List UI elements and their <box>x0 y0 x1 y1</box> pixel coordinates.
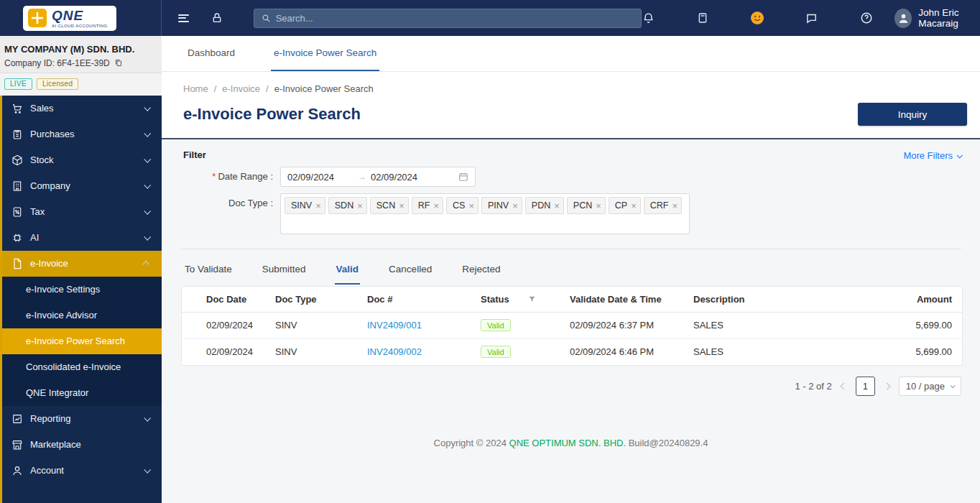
results-table-card: Doc Date Doc Type Doc # Status Validate <box>181 286 963 366</box>
help-icon[interactable] <box>859 10 874 26</box>
page-size-select[interactable]: 10 / page <box>899 377 961 396</box>
inquiry-button[interactable]: Inquiry <box>858 103 967 126</box>
breadcrumb: Home / e-Invoice / e-Invoice Power Searc… <box>162 72 980 97</box>
store-icon <box>11 439 23 451</box>
remove-tag-icon[interactable]: × <box>468 201 474 211</box>
cell-description: SALES <box>693 312 818 338</box>
user-menu[interactable]: John Eric Macaraig <box>895 7 980 29</box>
sidebar-item-purchases[interactable]: Purchases <box>2 121 162 147</box>
sidebar-item-label: Stock <box>30 154 54 165</box>
copy-icon[interactable] <box>114 58 123 68</box>
pagination-range: 1 - 2 of 2 <box>795 381 831 392</box>
doc-type-tag-label: CS <box>453 200 465 211</box>
tab-einvoice-power-search[interactable]: e-Invoice Power Search <box>271 36 379 71</box>
sidebar-item-account[interactable]: Account <box>2 458 162 484</box>
cell-doc-date: 02/09/2024 <box>182 338 275 365</box>
celebration-icon[interactable] <box>750 10 764 26</box>
chevron-down-icon <box>951 383 956 388</box>
sidebar-item-qne-integrator[interactable]: QNE Integrator <box>2 380 162 406</box>
doc-type-row: Doc Type : SINV× SDN× SCN× RF× CS× PINV×… <box>183 193 958 234</box>
sidebar-item-consolidated-einvoice[interactable]: Consolidated e-Invoice <box>2 354 162 380</box>
doc-type-multiselect[interactable]: SINV× SDN× SCN× RF× CS× PINV× PDN× PCN× … <box>280 193 690 234</box>
tab-cancelled[interactable]: Cancelled <box>387 254 433 285</box>
sidebar-item-label: Account <box>30 465 64 476</box>
sidebar-item-sales[interactable]: Sales <box>2 96 162 121</box>
filter-funnel-icon[interactable] <box>528 295 536 303</box>
remove-tag-icon[interactable]: × <box>631 201 637 211</box>
company-id: Company ID: 6F4-1EE-39D <box>4 58 153 68</box>
remove-tag-icon[interactable]: × <box>357 201 363 211</box>
cell-amount: 5,699.00 <box>818 338 962 365</box>
doc-type-tag-label: RF <box>418 200 430 211</box>
search-icon <box>262 14 271 23</box>
doc-type-tag-label: SCN <box>376 200 395 211</box>
building-icon <box>11 180 23 192</box>
sidebar-subitem-label: e-Invoice Settings <box>26 284 100 295</box>
date-range-row: *Date Range : → <box>183 167 958 187</box>
menu-collapse-icon[interactable] <box>176 10 191 26</box>
doc-type-tag: SDN× <box>328 197 367 214</box>
global-search[interactable] <box>254 9 642 28</box>
sidebar-item-reporting[interactable]: Reporting <box>2 406 162 432</box>
sidebar-item-marketplace[interactable]: Marketplace <box>2 432 162 458</box>
sidebar-item-stock[interactable]: Stock <box>2 147 162 173</box>
sidebar-item-tax[interactable]: Tax <box>2 199 162 225</box>
remove-tag-icon[interactable]: × <box>596 201 601 211</box>
more-filters-link[interactable]: More Filters <box>903 150 961 161</box>
status-badge: Valid <box>481 346 511 358</box>
notifications-icon[interactable] <box>642 10 656 26</box>
logo-title: QNE <box>52 9 108 22</box>
date-to-input[interactable] <box>371 172 437 183</box>
chart-icon <box>11 413 23 425</box>
sidebar-item-label: Purchases <box>30 129 74 139</box>
chip-icon <box>11 232 23 244</box>
next-page-icon[interactable] <box>883 384 891 389</box>
calendar-icon[interactable] <box>458 172 468 182</box>
main-content: Dashboard e-Invoice Power Search Home / … <box>162 36 980 503</box>
date-range-picker[interactable]: → <box>280 167 476 187</box>
remove-tag-icon[interactable]: × <box>672 201 678 211</box>
cell-doc-type: SINV <box>275 338 367 365</box>
chat-icon[interactable] <box>805 10 819 26</box>
prev-page-icon[interactable] <box>840 384 848 389</box>
date-from-input[interactable] <box>287 172 353 183</box>
remove-tag-icon[interactable]: × <box>512 201 518 211</box>
breadcrumb-einvoice[interactable]: e-Invoice <box>222 83 260 94</box>
doc-number-link[interactable]: INV2409/001 <box>367 320 422 331</box>
remove-tag-icon[interactable]: × <box>554 201 560 211</box>
col-doc-type: Doc Type <box>275 287 367 312</box>
tab-valid[interactable]: Valid <box>335 254 361 285</box>
cart-icon <box>11 103 23 114</box>
tab-dashboard[interactable]: Dashboard <box>185 36 238 71</box>
tab-rejected[interactable]: Rejected <box>461 254 501 285</box>
qne-logo[interactable]: QNE AI CLOUD ACCOUNTING <box>0 0 162 36</box>
page-number[interactable]: 1 <box>856 377 875 396</box>
tab-submitted[interactable]: Submitted <box>261 254 308 285</box>
sidebar-subitem-label: e-Invoice Advisor <box>26 310 97 320</box>
sidebar-item-company[interactable]: Company <box>2 173 162 199</box>
sidebar-item-label: e-Invoice <box>30 258 68 269</box>
status-badge: Valid <box>481 319 511 331</box>
col-description: Description <box>693 287 818 312</box>
remove-tag-icon[interactable]: × <box>433 201 439 211</box>
page-tabs: Dashboard e-Invoice Power Search <box>162 36 980 72</box>
chevron-down-icon <box>144 208 151 215</box>
cell-validate-datetime: 02/09/2024 6:46 PM <box>570 338 693 365</box>
sidebar-item-ai[interactable]: AI <box>2 225 162 251</box>
doc-type-tag-label: PDN <box>532 200 550 211</box>
doc-type-tag: CRF× <box>644 197 682 214</box>
sidebar-item-einvoice-advisor[interactable]: e-Invoice Advisor <box>2 303 162 328</box>
remove-tag-icon[interactable]: × <box>399 201 405 211</box>
sidebar-item-einvoice-power-search[interactable]: e-Invoice Power Search <box>2 328 162 354</box>
footer-company-link[interactable]: QNE OPTIMUM SDN. BHD. <box>509 438 627 448</box>
sidebar-item-einvoice-settings[interactable]: e-Invoice Settings <box>2 277 162 303</box>
tab-to-validate[interactable]: To Validate <box>183 254 234 285</box>
lock-icon[interactable] <box>210 10 225 26</box>
doc-number-link[interactable]: INV2409/002 <box>367 346 422 357</box>
breadcrumb-home[interactable]: Home <box>183 83 208 94</box>
search-input[interactable] <box>276 13 634 24</box>
chevron-down-icon <box>144 130 151 137</box>
sidebar-item-einvoice[interactable]: e-Invoice <box>2 251 162 277</box>
remove-tag-icon[interactable]: × <box>315 201 321 211</box>
calculator-icon[interactable] <box>696 10 711 26</box>
